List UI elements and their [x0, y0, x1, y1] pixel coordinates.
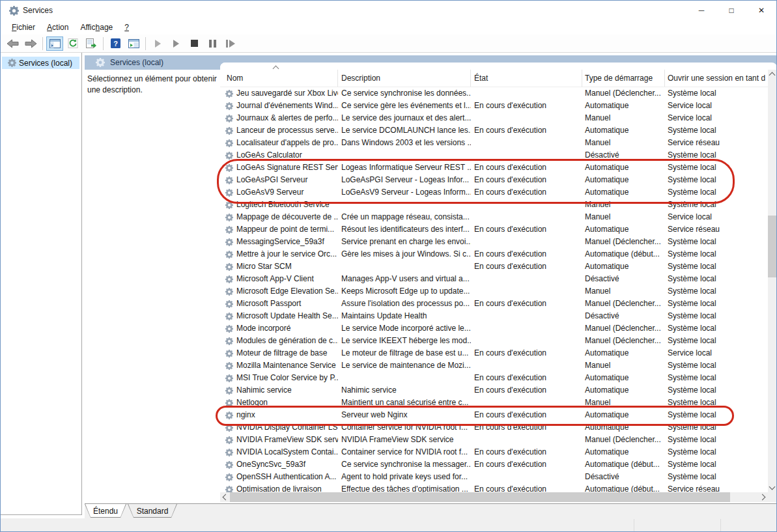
- restart-service-button[interactable]: [222, 36, 239, 51]
- service-row[interactable]: LoGeAs Signature REST Serv... Logeas Inf…: [220, 161, 768, 174]
- scroll-right-icon[interactable]: [759, 494, 766, 501]
- service-row[interactable]: Logitech Bluetooth Service Manuel Systèm…: [220, 199, 768, 211]
- service-row[interactable]: NVIDIA Display Container LS Container se…: [220, 421, 768, 434]
- close-button[interactable]: ✕: [746, 1, 776, 20]
- service-row[interactable]: nginx Serveur web Nginx En cours d'exécu…: [220, 409, 768, 421]
- service-name: Jeu sauvegardé sur Xbox Live: [236, 87, 338, 100]
- service-row[interactable]: Mettre à jour le service Orc... Gère les…: [220, 248, 768, 260]
- service-logon-cell: Système local: [665, 335, 768, 347]
- service-name-cell: OneSyncSvc_59a3f: [220, 458, 338, 471]
- service-row[interactable]: NVIDIA LocalSystem Contai... Container s…: [220, 446, 768, 458]
- service-status-cell: En cours d'exécution: [471, 248, 582, 260]
- svg-text:?: ?: [113, 40, 118, 48]
- service-row[interactable]: Localisateur d'appels de pro... Dans Win…: [220, 137, 768, 149]
- menu-fichier[interactable]: Fichier: [6, 21, 41, 33]
- scroll-up-icon[interactable]: [769, 72, 776, 79]
- show-console-tree-button[interactable]: [46, 36, 63, 51]
- service-row[interactable]: LoGeAs Calculator Désactivé Système loca…: [220, 149, 768, 161]
- service-name: LoGeAs Signature REST Serv...: [236, 161, 338, 174]
- service-startup-type-cell: Automatique: [582, 223, 665, 236]
- service-row[interactable]: Journaux & alertes de perfo... Le servic…: [220, 112, 768, 124]
- show-action-pane-button[interactable]: [125, 36, 142, 51]
- service-row[interactable]: Mode incorporé Le service Mode incorporé…: [220, 322, 768, 335]
- service-row[interactable]: Microsoft App-V Client Manages App-V use…: [220, 273, 768, 285]
- service-name: Nahimic service: [236, 384, 292, 397]
- service-startup-type-cell: Automatique: [582, 384, 665, 397]
- service-row[interactable]: Microsoft Update Health Se... Maintains …: [220, 310, 768, 322]
- service-name-cell: Nahimic service: [220, 384, 338, 397]
- stop-service-button[interactable]: [186, 36, 203, 51]
- service-row[interactable]: OneSyncSvc_59a3f Ce service synchronise …: [220, 458, 768, 471]
- service-description-cell: Dans Windows 2003 et les versions ...: [338, 137, 471, 149]
- service-row[interactable]: Microsoft Edge Elevation Se... Keeps Mic…: [220, 285, 768, 298]
- service-description-cell: Résout les identificateurs des interf...: [338, 223, 471, 236]
- horizontal-scroll-thumb[interactable]: [230, 492, 730, 502]
- tab-etendu[interactable]: Étendu: [85, 504, 126, 518]
- column-header-type-demarrage[interactable]: Type de démarrage: [582, 70, 665, 87]
- start-service-button[interactable]: [149, 36, 166, 51]
- service-row[interactable]: Microsoft Passport Assure l'isolation de…: [220, 298, 768, 310]
- service-logon-cell: Service local: [665, 347, 768, 359]
- vertical-scrollbar[interactable]: [768, 70, 777, 492]
- scroll-down-icon[interactable]: [769, 484, 776, 490]
- service-row[interactable]: MessagingService_59a3f Service prenant e…: [220, 236, 768, 248]
- service-status-cell: En cours d'exécution: [471, 100, 582, 112]
- vertical-scroll-thumb[interactable]: [768, 216, 777, 277]
- list-header: Nom Description État Type de démarrage O…: [220, 63, 768, 87]
- maximize-button[interactable]: □: [716, 1, 746, 20]
- service-gear-icon: [225, 189, 233, 197]
- pause-service-button[interactable]: [204, 36, 221, 51]
- service-row[interactable]: Journal d'événements Wind... Ce service …: [220, 100, 768, 112]
- menu-action[interactable]: Action: [41, 21, 74, 33]
- service-row[interactable]: Netlogon Maintient un canal sécurisé ent…: [220, 397, 768, 409]
- menu-help[interactable]: ?: [119, 21, 135, 33]
- back-button[interactable]: [4, 36, 21, 51]
- service-description-cell: Le service DCOMLAUNCH lance les...: [338, 124, 471, 137]
- scroll-left-icon[interactable]: [223, 494, 229, 501]
- service-row[interactable]: Modules de génération de c... Le service…: [220, 335, 768, 347]
- services-window: Services ─ □ ✕ Fichier Action Affichage …: [0, 0, 777, 532]
- service-row[interactable]: Nahimic service Nahimic service En cours…: [220, 384, 768, 397]
- column-header-nom[interactable]: Nom: [220, 70, 338, 87]
- service-logon-cell: Système local: [665, 248, 768, 260]
- service-startup-type-cell: Désactivé: [582, 273, 665, 285]
- service-row[interactable]: Mozilla Maintenance Service Le service d…: [220, 359, 768, 372]
- service-row[interactable]: Lanceur de processus serve... Le service…: [220, 124, 768, 137]
- service-name-cell: Microsoft Passport: [220, 298, 338, 310]
- column-header-description[interactable]: Description: [338, 70, 471, 87]
- service-row[interactable]: Mappeur de point de termi... Résout les …: [220, 223, 768, 236]
- refresh-button[interactable]: [64, 36, 81, 51]
- service-description-cell: Logeas Informatique Serveur REST ...: [338, 161, 471, 174]
- minimize-button[interactable]: ─: [686, 1, 716, 20]
- service-logon-cell: Système local: [665, 372, 768, 384]
- menu-affichage[interactable]: Affichage: [74, 21, 119, 33]
- service-row[interactable]: MSI True Color Service by P... En cours …: [220, 372, 768, 384]
- service-description-cell: LoGeAsV9 Serveur - Logeas Inform...: [338, 186, 471, 199]
- service-row[interactable]: Mappage de découverte de ... Crée un map…: [220, 211, 768, 223]
- column-header-etat[interactable]: État: [471, 70, 582, 87]
- service-row[interactable]: LoGeAsPGI Serveur LoGeAsPGI Serveur - Lo…: [220, 174, 768, 186]
- service-row[interactable]: Jeu sauvegardé sur Xbox Live Ce service …: [220, 87, 768, 100]
- help-button[interactable]: ?: [107, 36, 124, 51]
- export-list-button[interactable]: [83, 36, 100, 51]
- forward-icon: [25, 39, 37, 48]
- resume-service-button[interactable]: [167, 36, 184, 51]
- service-status-cell: En cours d'exécution: [471, 372, 582, 384]
- service-logon-cell: Service réseau: [665, 483, 768, 492]
- service-startup-type-cell: Manuel (Déclencher...: [582, 322, 665, 335]
- service-logon-cell: Système local: [665, 421, 768, 434]
- service-row[interactable]: LoGeAsV9 Serveur LoGeAsV9 Serveur - Loge…: [220, 186, 768, 199]
- tab-standard[interactable]: Standard: [128, 504, 177, 518]
- title-bar: Services ─ □ ✕: [1, 1, 776, 20]
- tree-item-services-local[interactable]: Services (local): [2, 57, 79, 69]
- column-header-ouvrir-session[interactable]: Ouvrir une session en tant d: [665, 70, 768, 87]
- service-row[interactable]: OpenSSH Authentication A... Agent to hol…: [220, 471, 768, 483]
- service-row[interactable]: Moteur de filtrage de base Le moteur de …: [220, 347, 768, 359]
- service-startup-type-cell: Automatique: [582, 161, 665, 174]
- service-row[interactable]: Optimisation de livraison Effectue des t…: [220, 483, 768, 492]
- forward-button[interactable]: [22, 36, 39, 51]
- service-row[interactable]: Micro Star SCM En cours d'exécution Auto…: [220, 260, 768, 273]
- services-header-icon: [96, 58, 105, 67]
- service-row[interactable]: NVIDIA FrameView SDK serv... NVIDIA Fram…: [220, 434, 768, 446]
- horizontal-scrollbar[interactable]: [220, 492, 768, 502]
